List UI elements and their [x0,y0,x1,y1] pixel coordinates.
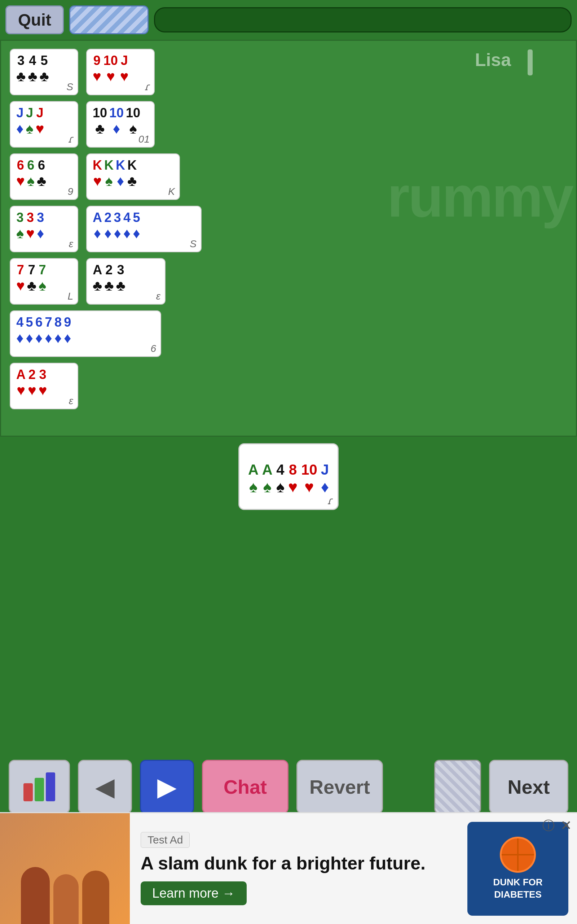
quit-button[interactable]: Quit [5,5,64,34]
meld-row-4: 3♠ 3♥ 3♦ ε A♦ 2♦ 3♦ 4♦ 5♦ S [10,206,567,252]
deck-top-indicator [69,5,148,34]
card: K♦ [116,158,125,189]
ad-tag-label: Test Ad [141,832,190,848]
meld-group[interactable]: A♣ 2♣ 3♣ ε [86,258,166,305]
card: 3♦ [37,210,44,241]
hand-card[interactable]: J♦ [321,462,329,496]
meld-group[interactable]: 7♥ 7♣ 7♠ L [10,258,78,305]
top-bar: Quit [0,0,577,40]
meld-row-2: J♦ J♠ J♥ ɾ 10♣ 10♦ 10♠ 01 [10,101,567,148]
meld-group[interactable]: 9♥ 10♥ J♥ ɾ [86,49,155,95]
next-button[interactable]: Next [489,760,568,814]
player-hand[interactable]: A♠ A♠ 4♠ 8♥ 10♥ J♦ ɾ [239,443,338,510]
card: 3♣ [16,53,26,84]
card: 10♣ [93,105,107,137]
card: 4♣ [28,53,37,84]
hand-card[interactable]: 4♠ [276,462,285,496]
card: 6♦ [35,315,43,346]
draw-pile[interactable] [434,760,481,814]
card: 2♥ [28,367,36,399]
ad-close-button[interactable]: ✕ [561,817,572,834]
card: J♥ [36,105,44,137]
meld-group[interactable]: 6♥ 6♠ 6♣ 9 [10,153,78,200]
card: 7♣ [27,262,36,294]
card: A♣ [93,262,102,294]
ad-cta-button[interactable]: Learn more → [141,881,247,905]
meld-row-7: A♥ 2♥ 3♥ ε [10,363,567,409]
meld-group[interactable]: J♦ J♠ J♥ ɾ [10,101,78,148]
card: 10♥ [103,53,118,84]
card: 9♦ [64,315,71,346]
card: 5♦ [26,315,33,346]
card: 8♦ [55,315,62,346]
card: 3♥ [26,210,35,241]
card: K♣ [127,158,137,189]
card: 10♦ [109,105,124,137]
ad-banner: Test Ad A slam dunk for a brighter futur… [0,812,577,924]
card: 4♦ [123,210,131,241]
card: 2♣ [104,262,114,294]
meld-row-5: 7♥ 7♣ 7♠ L A♣ 2♣ 3♣ ε [10,258,567,305]
hand-card[interactable]: 10♥ [301,462,318,496]
card: 9♥ [93,53,102,84]
meld-group[interactable]: K♥ K♠ K♦ K♣ K [86,153,180,200]
card: K♥ [93,158,102,189]
action-bar: ◀ ▶ Chat Revert Next [0,754,577,819]
ad-info-button[interactable]: ⓘ [542,817,554,834]
ad-logo: DUNK FORDIABETES [467,822,568,916]
meld-group[interactable]: 10♣ 10♦ 10♠ 01 [86,101,155,148]
meld-group[interactable]: A♦ 2♦ 3♦ 4♦ 5♦ S [86,206,201,252]
meld-group[interactable]: 3♠ 3♥ 3♦ ε [10,206,78,252]
card: K♠ [104,158,114,189]
card: A♦ [93,210,102,241]
card: 6♥ [16,158,25,189]
card: 7♠ [39,262,46,294]
meld-group[interactable]: 4♦ 5♦ 6♦ 7♦ 8♦ 9♦ 6 [10,310,161,357]
card: A♥ [16,367,26,399]
card: J♠ [26,105,33,137]
sort-button[interactable] [9,760,70,814]
player-turn-indicator [528,50,533,76]
card: 4♦ [16,315,23,346]
card: 5♣ [40,53,49,84]
meld-row-6: 4♦ 5♦ 6♦ 7♦ 8♦ 9♦ 6 [10,310,567,357]
ad-image [0,813,130,924]
score-bar [154,7,572,32]
card: 3♠ [16,210,24,241]
card: J♥ [120,53,129,84]
card: 2♦ [104,210,111,241]
hand-card[interactable]: 8♥ [288,462,298,496]
hand-card[interactable]: A♠ [248,462,259,496]
hand-card[interactable]: A♠ [262,462,272,496]
player-name-label: Lisa [475,50,511,70]
card: 7♥ [16,262,25,294]
ad-headline: A slam dunk for a brighter future. [141,852,456,875]
play-area: Lisa rummy 3♣ 4♣ 5♣ S 9♥ 10♥ J♥ ɾ J♦ J♠ … [0,40,577,437]
meld-group[interactable]: A♥ 2♥ 3♥ ε [10,363,78,409]
meld-row-3: 6♥ 6♠ 6♣ 9 K♥ K♠ K♦ K♣ K [10,153,567,200]
card: 6♣ [37,158,46,189]
back-button[interactable]: ◀ [78,760,132,814]
revert-button[interactable]: Revert [297,760,383,814]
hand-area: A♠ A♠ 4♠ 8♥ 10♥ J♦ ɾ [0,437,577,516]
meld-group[interactable]: 3♣ 4♣ 5♣ S [10,49,78,95]
chat-button[interactable]: Chat [202,760,288,814]
card: 3♣ [116,262,126,294]
card: 5♦ [133,210,140,241]
card: 6♠ [27,158,35,189]
card: J♦ [16,105,23,137]
card: 3♥ [39,367,47,399]
card: 3♦ [114,210,121,241]
ad-content: Test Ad A slam dunk for a brighter futur… [130,825,467,913]
card: 10♠ [126,105,140,137]
card: 7♦ [45,315,52,346]
forward-button[interactable]: ▶ [140,760,194,814]
